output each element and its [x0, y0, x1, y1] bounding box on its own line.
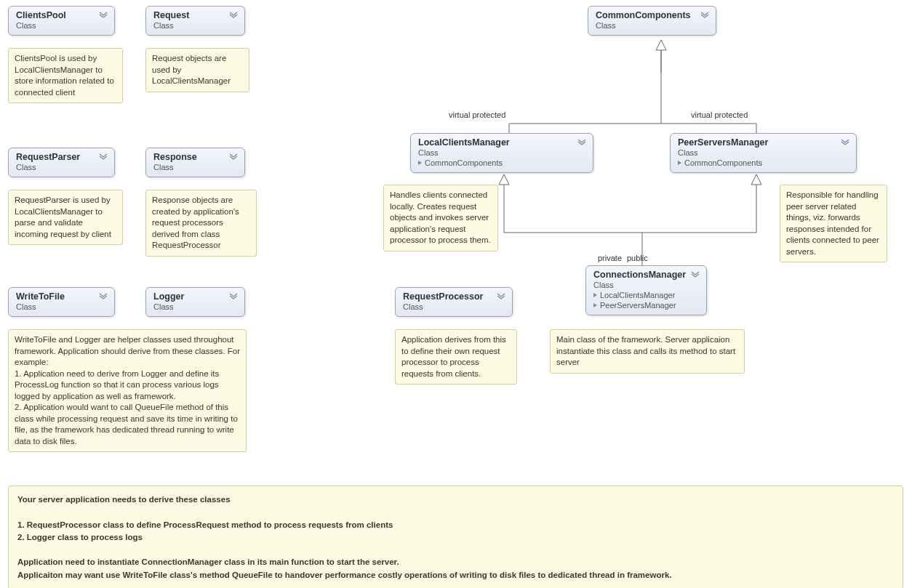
class-stereotype: Class	[153, 163, 237, 172]
edge-label-lcm-inherit: virtual protected	[449, 110, 505, 119]
svg-marker-1	[656, 40, 666, 50]
edge-label-cm-psm: public	[627, 254, 648, 262]
class-stereotype: Class	[16, 302, 107, 311]
expand-icon[interactable]	[98, 152, 108, 159]
uml-canvas: virtual protected virtual protected priv…	[0, 0, 904, 588]
note-requestparser: RequestParser is used by LocalClientsMan…	[8, 190, 123, 245]
summary-line-2: Application need to instantiate Connecti…	[17, 557, 399, 566]
class-stereotype: Class	[678, 148, 849, 157]
expand-icon[interactable]	[228, 291, 239, 299]
class-requestprocessor[interactable]: RequestProcessor Class	[395, 287, 513, 317]
class-stereotype: Class	[153, 21, 237, 30]
summary-line-3: Applicaiton may want use WriteToFile cla…	[17, 571, 672, 579]
expand-icon[interactable]	[228, 152, 239, 159]
class-title: ConnectionsManager	[593, 270, 699, 280]
class-connectionsmanager[interactable]: ConnectionsManager Class LocalClientsMan…	[585, 265, 707, 315]
class-stereotype: Class	[593, 281, 699, 289]
svg-marker-10	[751, 174, 761, 185]
note-write-logger: WriteToFile and Logger are helper classe…	[8, 329, 247, 452]
class-title: WriteToFile	[16, 291, 107, 302]
note-request: Request objects are used by LocalClients…	[145, 48, 249, 92]
note-response: Response objects are created by applicat…	[145, 190, 257, 257]
class-peerserversmanager[interactable]: PeerServersManager Class CommonComponent…	[670, 133, 857, 173]
class-member: PeerServersManager	[593, 301, 699, 310]
edge-label-cm-lcm: private	[598, 254, 622, 262]
class-stereotype: Class	[596, 21, 708, 30]
summary-heading: Your server application needs to derive …	[17, 495, 231, 504]
svg-marker-8	[499, 174, 509, 185]
expand-icon[interactable]	[98, 10, 108, 17]
summary-item-1: 1. RequestProcessor class to define Proc…	[17, 520, 393, 529]
class-title: PeerServersManager	[678, 137, 849, 148]
summary-item-2: 2. Logger class to process logs	[17, 533, 143, 541]
class-response[interactable]: Response Class	[145, 148, 245, 177]
class-stereotype: Class	[403, 302, 505, 311]
class-requestparser[interactable]: RequestParser Class	[8, 148, 115, 177]
expand-icon[interactable]	[840, 137, 850, 145]
class-title: CommonComponents	[596, 10, 708, 20]
class-title: Response	[153, 152, 237, 162]
expand-icon[interactable]	[577, 137, 587, 145]
class-member: CommonComponents	[678, 158, 849, 167]
class-request[interactable]: Request Class	[145, 6, 245, 36]
class-stereotype: Class	[16, 163, 107, 172]
class-title: RequestParser	[16, 152, 107, 162]
note-summary: Your server application needs to derive …	[8, 486, 903, 588]
expand-icon[interactable]	[228, 10, 239, 17]
note-requestprocessor: Application derives from this to define …	[395, 329, 517, 384]
class-commoncomponents[interactable]: CommonComponents Class	[588, 6, 716, 36]
expand-icon[interactable]	[496, 291, 506, 299]
edge-label-psm-inherit: virtual protected	[691, 110, 748, 119]
expand-icon[interactable]	[98, 291, 108, 299]
expand-icon[interactable]	[700, 10, 710, 17]
class-stereotype: Class	[153, 302, 237, 311]
class-stereotype: Class	[16, 21, 107, 30]
class-clientspool[interactable]: ClientsPool Class	[8, 6, 115, 36]
class-title: RequestProcessor	[403, 291, 505, 302]
class-localclientsmanager[interactable]: LocalClientsManager Class CommonComponen…	[410, 133, 593, 173]
class-stereotype: Class	[418, 148, 585, 157]
class-member: LocalClientsManager	[593, 291, 699, 299]
class-writetofile[interactable]: WriteToFile Class	[8, 287, 115, 317]
class-member: CommonComponents	[418, 158, 585, 167]
expand-icon[interactable]	[690, 270, 700, 277]
note-localclientsmanager: Handles clients connected locally. Creat…	[383, 185, 498, 251]
class-title: Logger	[153, 291, 237, 302]
note-clientspool: ClientsPool is used by LocalClientsManag…	[8, 48, 123, 103]
class-title: LocalClientsManager	[418, 137, 585, 148]
note-peerserversmanager: Responsible for handling peer server rel…	[780, 185, 887, 262]
note-connectionsmanager: Main class of the framework. Server appl…	[550, 329, 745, 374]
class-title: ClientsPool	[16, 10, 107, 20]
class-title: Request	[153, 10, 237, 20]
class-logger[interactable]: Logger Class	[145, 287, 245, 317]
